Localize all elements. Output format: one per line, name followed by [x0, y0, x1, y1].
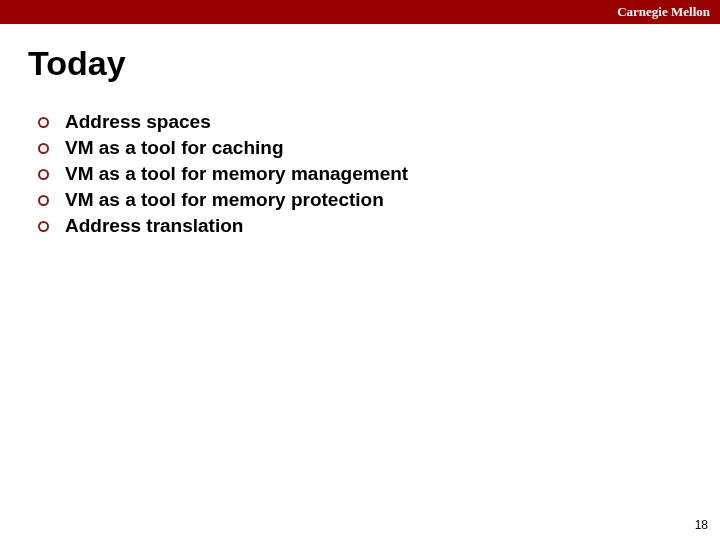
list-item: VM as a tool for memory management	[38, 163, 692, 185]
list-item-text: Address translation	[65, 215, 243, 237]
list-item-text: VM as a tool for caching	[65, 137, 284, 159]
list-item: Address spaces	[38, 111, 692, 133]
slide-content: Today Address spaces VM as a tool for ca…	[0, 24, 720, 237]
list-item-text: Address spaces	[65, 111, 211, 133]
list-item-text: VM as a tool for memory protection	[65, 189, 384, 211]
list-item-text: VM as a tool for memory management	[65, 163, 408, 185]
header-brand: Carnegie Mellon	[617, 4, 710, 20]
bullet-icon	[38, 169, 49, 180]
list-item: Address translation	[38, 215, 692, 237]
list-item: VM as a tool for memory protection	[38, 189, 692, 211]
bullet-icon	[38, 221, 49, 232]
list-item: VM as a tool for caching	[38, 137, 692, 159]
header-bar: Carnegie Mellon	[0, 0, 720, 24]
bullet-icon	[38, 143, 49, 154]
bullet-icon	[38, 195, 49, 206]
bullet-list: Address spaces VM as a tool for caching …	[28, 111, 692, 237]
slide-title: Today	[28, 44, 692, 83]
page-number: 18	[695, 518, 708, 532]
bullet-icon	[38, 117, 49, 128]
